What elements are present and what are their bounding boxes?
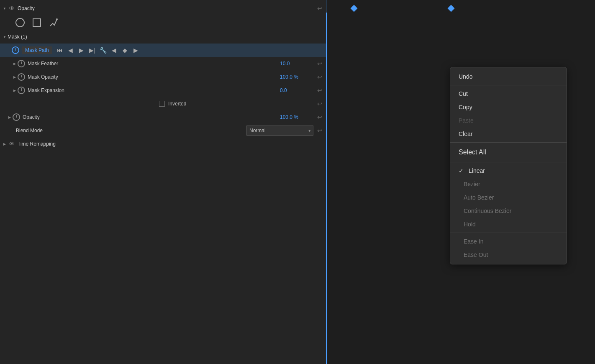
menu-item-copy[interactable]: Copy	[450, 100, 567, 114]
mask-chevron[interactable]	[2, 34, 8, 40]
mask-feather-stopwatch[interactable]	[18, 60, 25, 67]
inverted-label: Inverted	[168, 101, 315, 107]
timeline-blue-line	[326, 13, 327, 364]
main-container: 👁 Opacity ↩	[0, 0, 595, 364]
timeline-diamond-1[interactable]	[351, 5, 358, 12]
toolbar-play-btn[interactable]: ▶	[77, 46, 86, 54]
menu-item-linear[interactable]: Linear	[450, 164, 567, 177]
left-panel: 👁 Opacity ↩	[0, 0, 326, 364]
opacity-prop-reset[interactable]: ↩	[315, 113, 324, 122]
hold-label: Hold	[464, 221, 476, 228]
menu-item-undo[interactable]: Undo	[450, 70, 567, 83]
time-remapping-row: 👁 Time Remapping	[0, 137, 326, 151]
menu-item-cut[interactable]: Cut	[450, 87, 567, 100]
toolbar-diamond-btn[interactable]: ◆	[121, 46, 129, 54]
menu-item-ease-out[interactable]: Ease Out	[450, 248, 567, 261]
undo-label: Undo	[459, 73, 472, 80]
mask-section-label: Mask (1)	[8, 34, 324, 40]
ease-in-label: Ease In	[464, 238, 483, 245]
mask-opacity-row: Mask Opacity 100.0 % ↩	[0, 70, 326, 84]
mask-path-label-box: Mask Path	[22, 46, 52, 54]
mask-feather-row: Mask Feather 10.0 ↩	[0, 57, 326, 70]
mask-expansion-label: Mask Expansion	[28, 87, 280, 93]
blend-mode-reset[interactable]: ↩	[315, 126, 324, 135]
mask-path-row: Mask Path ⏮ ◀ ▶ ▶| 🔧 ◀ ◆ ▶	[0, 44, 326, 57]
mask-opacity-stopwatch[interactable]	[18, 73, 25, 81]
mask-opacity-chevron[interactable]	[12, 74, 18, 80]
opacity-chevron[interactable]	[2, 5, 8, 11]
auto-bezier-label: Auto Bezier	[464, 194, 494, 201]
time-remapping-chevron[interactable]	[2, 141, 8, 147]
cut-label: Cut	[459, 90, 468, 97]
context-menu: Undo Cut Copy Paste Clear Select All L	[450, 67, 567, 264]
blend-mode-select-wrapper: Normal Dissolve Multiply Screen Overlay	[246, 126, 313, 136]
menu-divider-3	[450, 162, 567, 162]
right-panel: Undo Cut Copy Paste Clear Select All L	[326, 0, 595, 364]
svg-point-0	[16, 18, 24, 27]
toolbar-next-btn[interactable]: ▶|	[88, 46, 97, 54]
time-remapping-eye[interactable]: 👁	[8, 140, 16, 148]
blend-mode-row: Blend Mode Normal Dissolve Multiply Scre…	[0, 124, 326, 137]
mask-path-toolbar: ⏮ ◀ ▶ ▶| 🔧 ◀ ◆ ▶	[56, 46, 140, 54]
menu-item-auto-bezier[interactable]: Auto Bezier	[450, 191, 567, 204]
menu-item-select-all[interactable]: Select All	[450, 144, 567, 160]
toolbar-prev-btn[interactable]: ◀	[67, 46, 75, 54]
svg-rect-1	[33, 19, 41, 26]
menu-divider-2	[450, 142, 567, 143]
toolbar-prev-kf-btn[interactable]: ◀	[110, 46, 118, 54]
timeline-header	[326, 0, 595, 13]
menu-item-bezier[interactable]: Bezier	[450, 177, 567, 191]
opacity-prop-row: Opacity 100.0 % ↩	[0, 110, 326, 124]
clear-label: Clear	[459, 131, 472, 137]
linear-label: Linear	[469, 167, 485, 174]
toolbar-settings-btn[interactable]: 🔧	[99, 46, 108, 54]
ease-out-label: Ease Out	[464, 251, 488, 258]
menu-divider-4	[450, 233, 567, 233]
mask-feather-label: Mask Feather	[28, 61, 280, 67]
menu-divider-1	[450, 85, 567, 85]
menu-item-clear[interactable]: Clear	[450, 127, 567, 141]
blend-mode-select[interactable]: Normal Dissolve Multiply Screen Overlay	[246, 126, 313, 136]
mask-opacity-reset[interactable]: ↩	[315, 72, 324, 82]
timeline-diamond-2[interactable]	[448, 5, 455, 12]
continuous-bezier-label: Continuous Bezier	[464, 208, 511, 214]
inverted-row: Inverted ↩	[0, 97, 326, 110]
mask-feather-value[interactable]: 10.0	[280, 61, 313, 67]
shape-tools-row	[0, 15, 326, 30]
menu-item-hold[interactable]: Hold	[450, 218, 567, 231]
mask-opacity-value[interactable]: 100.0 %	[280, 74, 313, 80]
paste-label: Paste	[459, 117, 474, 124]
blend-mode-label: Blend Mode	[7, 128, 246, 133]
opacity-prop-value[interactable]: 100.0 %	[280, 114, 313, 120]
opacity-eye-icon[interactable]: 👁	[8, 4, 16, 13]
svg-point-2	[56, 18, 58, 20]
mask-section-header: Mask (1)	[0, 30, 326, 44]
bezier-label: Bezier	[464, 181, 480, 187]
mask-path-stopwatch[interactable]	[12, 46, 19, 54]
rectangle-tool[interactable]	[30, 17, 44, 28]
inverted-checkbox[interactable]	[159, 101, 165, 107]
ellipse-tool[interactable]	[13, 17, 27, 28]
mask-expansion-row: Mask Expansion 0.0 ↩	[0, 84, 326, 97]
mask-expansion-reset[interactable]: ↩	[315, 86, 324, 95]
menu-item-ease-in[interactable]: Ease In	[450, 235, 567, 248]
toolbar-first-btn[interactable]: ⏮	[56, 46, 64, 54]
mask-opacity-label: Mask Opacity	[28, 74, 280, 80]
opacity-prop-stopwatch[interactable]	[13, 113, 20, 121]
menu-item-paste: Paste	[450, 114, 567, 127]
mask-feather-reset[interactable]: ↩	[315, 59, 324, 68]
mask-feather-chevron[interactable]	[12, 61, 18, 67]
inverted-reset[interactable]: ↩	[315, 99, 324, 108]
mask-expansion-stopwatch[interactable]	[18, 87, 25, 94]
toolbar-next-kf-btn[interactable]: ▶	[132, 46, 140, 54]
opacity-header-row: 👁 Opacity ↩	[0, 2, 326, 15]
opacity-title: Opacity	[18, 5, 313, 11]
opacity-prop-chevron[interactable]	[7, 114, 13, 120]
mask-expansion-chevron[interactable]	[12, 87, 18, 93]
opacity-prop-label: Opacity	[23, 114, 280, 120]
time-remapping-label: Time Remapping	[18, 141, 324, 147]
menu-item-continuous-bezier[interactable]: Continuous Bezier	[450, 204, 567, 218]
opacity-reset-btn[interactable]: ↩	[315, 4, 324, 13]
mask-expansion-value[interactable]: 0.0	[280, 87, 313, 93]
pen-tool[interactable]	[47, 17, 60, 28]
